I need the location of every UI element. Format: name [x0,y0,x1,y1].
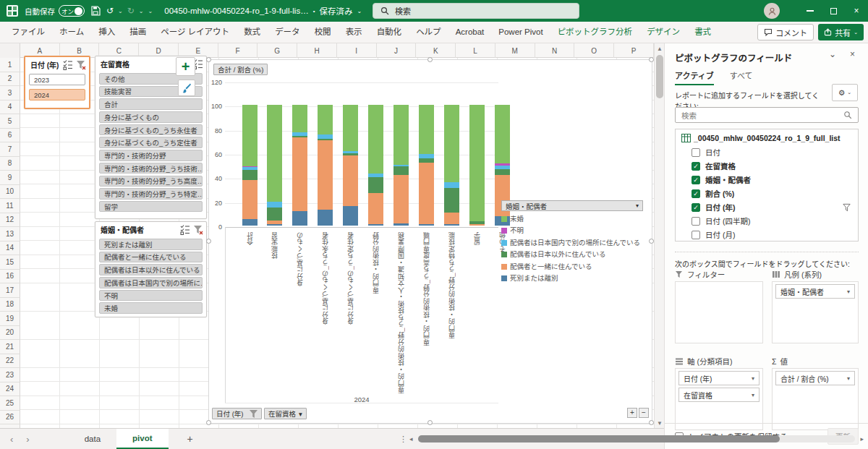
area-field-pill[interactable]: 合計 / 割合 (%)▾ [775,371,855,385]
ribbon-tab-デザイン[interactable]: デザイン [639,22,687,43]
selection-handle[interactable] [206,420,211,425]
ribbon-tab-データ[interactable]: データ [268,22,307,43]
row-header-25[interactable]: 25 [0,396,20,411]
selection-handle[interactable] [649,239,654,244]
selection-handle[interactable] [206,239,211,244]
save-icon[interactable] [90,6,101,16]
field-checkbox[interactable]: ✓ [692,162,700,171]
row-header-22[interactable]: 22 [0,354,20,369]
document-title[interactable]: 00450-mhlw-00450224-ro_1-9-full-lis… [164,7,308,15]
bar-segment[interactable] [495,105,510,163]
row-header-1[interactable]: 1 [0,58,20,72]
column-header-L[interactable]: L [456,43,495,58]
vertical-scrollbar[interactable]: ▲ ▼ [654,43,664,428]
legend-item[interactable]: 配偶者は日本国内で別の場所に住んでいる [501,239,643,247]
table-row-source[interactable]: _00450_mhlw_00450224_ro_1_9_full_list [681,134,852,142]
column-header-H[interactable]: H [297,43,337,58]
field-row-婚姻・配偶者[interactable]: ✓婚姻・配偶者 [681,173,852,187]
ribbon-tab-ファイル[interactable]: ファイル [4,22,52,43]
slicer-item[interactable]: 専門的・技術的分野_うち高度… [99,176,203,187]
multi-select-icon[interactable] [63,59,73,70]
filter-funnel-icon[interactable] [249,409,258,419]
ribbon-tab-校閲[interactable]: 校閲 [307,22,339,43]
row-header-3[interactable]: 3 [0,86,20,101]
saved-chevron-icon[interactable]: ⌄ [357,8,362,14]
bar-segment[interactable] [469,105,485,221]
field-checkbox[interactable] [692,217,700,226]
search-box[interactable]: 検索 [373,3,579,19]
clear-filter-icon[interactable] [76,60,86,70]
ribbon-tab-表示[interactable]: 表示 [339,22,370,43]
add-sheet-button[interactable]: + [187,433,193,445]
column-header-O[interactable]: O [574,43,614,58]
row-header-8[interactable]: 8 [0,157,20,171]
next-sheet-icon[interactable]: › [26,434,29,445]
field-filter-funnel-icon[interactable] [843,203,851,212]
slicer-item[interactable]: 専門的・技術的分野_うち特定… [99,188,203,200]
slicer-item[interactable]: 専門的・技術的分野 [99,150,203,161]
bar-segment[interactable] [242,170,258,179]
column-header-I[interactable]: I [337,43,377,58]
column-header-K[interactable]: K [416,43,456,58]
scroll-left-icon[interactable]: ◂ [409,435,418,442]
saved-status[interactable]: 保存済み [319,5,352,17]
row-header-26[interactable]: 26 [0,411,20,425]
bar-segment[interactable] [267,224,282,226]
slicer-item[interactable]: 未婚 [99,302,203,314]
row-header-18[interactable]: 18 [0,298,20,312]
bar-segment[interactable] [393,223,409,226]
row-header-16[interactable]: 16 [0,270,20,284]
horizontal-scroll-thumb[interactable] [418,435,780,442]
row-header-12[interactable]: 12 [0,213,20,228]
bar-segment[interactable] [419,224,434,226]
vertical-scroll-thumb[interactable] [656,55,663,98]
pane-close-icon[interactable]: × [850,49,855,59]
column-header-F[interactable]: F [218,43,258,58]
slicer-item[interactable]: 2023 [29,74,85,85]
field-row-割合 (%)[interactable]: ✓割合 (%) [681,187,852,200]
close-button[interactable]: × [845,0,868,22]
ribbon-tab-書式[interactable]: 書式 [687,22,718,43]
slicer-item[interactable]: 2024 [29,89,85,101]
bar-segment[interactable] [393,175,409,223]
slicer-item[interactable]: 留学 [99,201,203,213]
bar-segment[interactable] [368,105,383,174]
bar-segment[interactable] [368,224,383,226]
area-field-pill[interactable]: 婚姻・配偶者▾ [775,284,855,299]
legend-item[interactable]: 死別または離別 [501,275,643,282]
sheet-tab-pivot[interactable]: pivot [116,429,168,449]
slicer-date-year[interactable]: 日付 (年)20232024 [24,56,90,109]
chart-value-field-button[interactable]: 合計 / 割合 (%) [213,64,268,75]
field-row-日付 (四半期)[interactable]: 日付 (四半期) [681,214,852,228]
area-box-filters[interactable] [675,281,763,343]
bar-segment[interactable] [444,224,459,226]
column-header-M[interactable]: M [495,43,535,58]
prev-sheet-icon[interactable]: ‹ [10,434,13,445]
area-field-pill[interactable]: 在留資格▾ [678,388,760,402]
maximize-button[interactable] [822,0,845,22]
row-header-24[interactable]: 24 [0,382,20,397]
multi-select-icon[interactable] [180,224,190,235]
comments-button[interactable]: コメント [757,24,814,40]
bar-segment[interactable] [444,105,459,182]
row-header-19[interactable]: 19 [0,312,20,326]
column-header-J[interactable]: J [377,43,417,58]
bar-segment[interactable] [393,166,409,175]
row-header-4[interactable]: 4 [0,101,20,115]
minimize-button[interactable] [799,0,822,22]
pane-tab-アクティブ[interactable]: アクティブ [675,69,714,85]
horizontal-scrollbar[interactable]: ◂ ▸ [409,435,864,443]
row-header-7[interactable]: 7 [0,142,20,157]
ribbon-tab-ピボットグラフ分析[interactable]: ピボットグラフ分析 [550,22,640,43]
bar-segment[interactable] [267,202,282,208]
bar-segment[interactable] [368,193,383,224]
sheet-options-dots-icon[interactable]: ⋮ [399,435,407,444]
ribbon-tab-自動化[interactable]: 自動化 [370,22,409,43]
field-checkbox[interactable]: ✓ [692,189,700,198]
bar-segment[interactable] [444,213,459,225]
field-checkbox[interactable]: ✓ [692,203,700,212]
row-header-15[interactable]: 15 [0,255,20,270]
collapse-field-button[interactable]: − [639,408,649,418]
slicer-item[interactable]: 死別または離別 [99,239,203,250]
share-button[interactable]: 共有 ⌄ [818,24,864,40]
